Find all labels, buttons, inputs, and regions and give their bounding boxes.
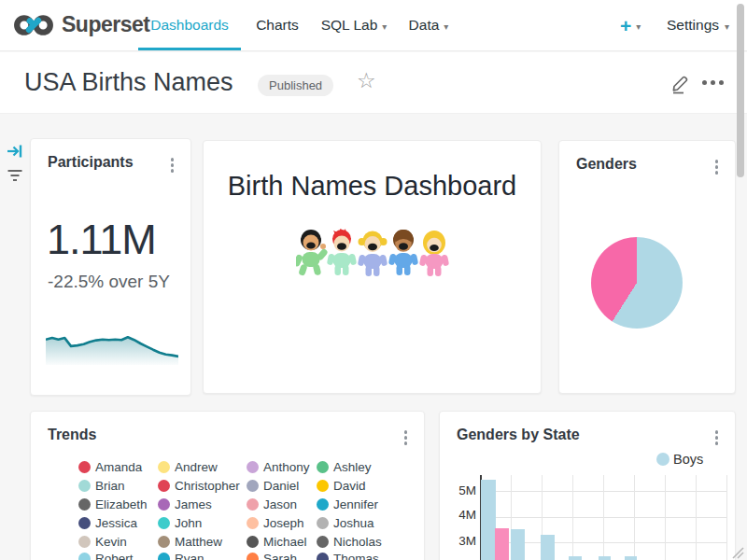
bar-boys-6[interactable] — [625, 556, 637, 560]
legend-label: Jennifer — [333, 497, 378, 511]
superset-brand[interactable]: Superset — [13, 12, 149, 37]
legend-label: Joshua — [333, 516, 374, 530]
expand-filter-bar-icon[interactable] — [7, 143, 23, 160]
legend-item-anthony[interactable]: Anthony — [247, 460, 310, 474]
legend-item-jennifer[interactable]: Jennifer — [317, 497, 378, 511]
plus-icon: + — [620, 16, 631, 35]
vertical-scrollbar[interactable] — [737, 4, 744, 177]
legend-item-thomas[interactable]: Thomas — [317, 552, 379, 560]
bar-boys-3[interactable] — [541, 535, 555, 560]
caret-down-icon: ▾ — [725, 21, 729, 32]
legend-item-john[interactable]: John — [158, 516, 202, 530]
children-illustration — [296, 229, 450, 281]
chart-kebab-menu-icon[interactable] — [402, 428, 410, 447]
filter-list-icon[interactable] — [7, 167, 23, 184]
legend-dot — [158, 498, 170, 511]
legend-item-jason[interactable]: Jason — [247, 497, 297, 511]
new-item-button[interactable]: + ▾ — [620, 0, 641, 50]
legend-label: James — [175, 497, 212, 511]
settings-menu[interactable]: Settings ▾ — [667, 0, 729, 50]
legend-dot — [317, 536, 329, 548]
legend-dot — [78, 461, 91, 473]
legend-item-ashley[interactable]: Ashley — [317, 460, 372, 474]
bar-boys-4[interactable] — [569, 556, 582, 560]
legend-item-ryan[interactable]: Ryan — [158, 552, 204, 560]
chart-title: Genders by State — [457, 427, 580, 443]
big-number-value: 1.11M — [47, 216, 156, 264]
chart-title: Trends — [48, 427, 96, 443]
legend-item-david[interactable]: David — [317, 479, 366, 493]
published-badge[interactable]: Published — [258, 75, 333, 96]
chart-kebab-menu-icon[interactable] — [713, 158, 721, 176]
resize-handle-icon[interactable] — [727, 542, 744, 559]
legend-dot — [317, 517, 329, 529]
y-axis-tick: 5M — [447, 483, 476, 497]
legend-item-christopher[interactable]: Christopher — [158, 479, 240, 493]
legend-dot — [158, 517, 170, 529]
legend-item-kevin[interactable]: Kevin — [78, 535, 127, 549]
legend-item-brian[interactable]: Brian — [78, 479, 125, 493]
legend-item-joseph[interactable]: Joseph — [247, 516, 304, 530]
edit-pencil-icon[interactable] — [669, 71, 693, 95]
legend-dot — [317, 461, 329, 473]
legend-dot — [247, 461, 259, 473]
legend-item-michael[interactable]: Michael — [247, 535, 307, 549]
nav-tab-data[interactable]: Data ▾ — [402, 0, 456, 50]
legend-item-sarah[interactable]: Sarah — [247, 552, 297, 560]
genders-pie-chart[interactable] — [591, 237, 683, 329]
legend-item-nicholas[interactable]: Nicholas — [317, 535, 382, 549]
caret-down-icon: ▾ — [382, 21, 387, 32]
nav-tab-label: Data — [409, 17, 440, 34]
legend-label: John — [175, 516, 202, 530]
legend-dot — [158, 553, 170, 560]
legend-dot — [78, 498, 91, 511]
legend-item-robert[interactable]: Robert — [78, 552, 134, 560]
nav-tab-sql-lab[interactable]: SQL Lab ▾ — [317, 0, 390, 50]
legend-dot — [247, 536, 259, 548]
legend-dot — [656, 453, 669, 466]
legend-dot — [158, 480, 170, 492]
legend-dot — [78, 517, 91, 529]
legend-dot — [158, 461, 170, 473]
legend-item-elizabeth[interactable]: Elizabeth — [78, 497, 148, 511]
legend-label: Michael — [263, 535, 307, 549]
favorite-star-icon[interactable]: ☆ — [357, 68, 376, 92]
bar-boys-0[interactable] — [481, 480, 496, 560]
chart-kebab-menu-icon[interactable] — [169, 156, 176, 175]
nav-tab-label: SQL Lab — [321, 17, 378, 34]
legend-item-daniel[interactable]: Daniel — [247, 479, 299, 493]
chart-kebab-menu-icon[interactable] — [713, 428, 721, 447]
legend-label: Ryan — [175, 552, 204, 560]
dashboard-title: USA Births Names — [24, 68, 233, 97]
legend-item-andrew[interactable]: Andrew — [158, 460, 218, 474]
header-more-menu-icon[interactable] — [702, 80, 724, 85]
caret-down-icon: ▾ — [444, 21, 448, 32]
legend-item-matthew[interactable]: Matthew — [158, 535, 222, 549]
legend-dot — [317, 498, 329, 511]
legend-label: Andrew — [175, 460, 218, 474]
gridline — [665, 475, 666, 560]
legend-item-joshua[interactable]: Joshua — [317, 516, 374, 530]
genders-by-state-card: Genders by State Boys 5M 4M 3M — [439, 411, 736, 560]
nav-tab-dashboards[interactable]: Dashboards — [138, 0, 241, 50]
legend-dot — [317, 480, 329, 492]
legend-dot — [317, 553, 329, 560]
legend-item-boys[interactable]: Boys — [656, 452, 703, 467]
caret-down-icon: ▾ — [636, 21, 641, 32]
bar-boys-5[interactable] — [599, 556, 611, 560]
y-axis-tick: 4M — [447, 508, 476, 522]
legend-item-james[interactable]: James — [158, 497, 212, 511]
nav-tab-charts[interactable]: Charts — [247, 0, 308, 50]
bar-boys-2[interactable] — [511, 529, 525, 560]
legend-label: Kevin — [95, 535, 127, 549]
legend-label: Sarah — [263, 552, 297, 560]
big-number-subheader: -22.5% over 5Y — [48, 272, 170, 292]
legend-label: Matthew — [175, 535, 222, 549]
legend-label: David — [333, 479, 366, 493]
legend-item-jessica[interactable]: Jessica — [78, 516, 137, 530]
bar-girls-1[interactable] — [495, 528, 509, 560]
superset-dashboard-app: Superset Dashboards Charts SQL Lab ▾ Dat… — [0, 0, 747, 560]
legend-item-amanda[interactable]: Amanda — [78, 460, 142, 474]
chart-title: Participants — [48, 154, 134, 171]
y-axis-tick: 3M — [447, 534, 476, 548]
